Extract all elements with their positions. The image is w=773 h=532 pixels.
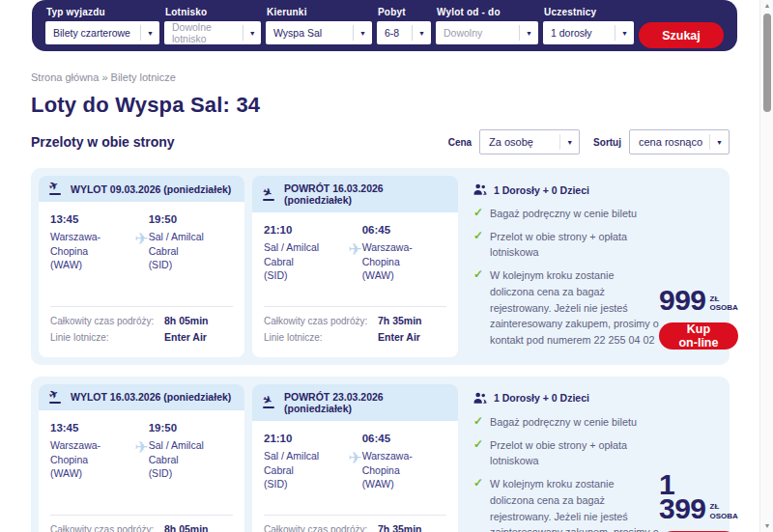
duration-value: 8h 05min	[164, 523, 209, 532]
chevron-down-icon: ▼	[559, 134, 579, 150]
filter-airport-select[interactable]: Dowolne lotnisko ▼	[164, 21, 261, 44]
airlines-label: Linie lotnicze:	[264, 332, 378, 343]
departure-leg: 21:10 Sal / Amilcal Cabral (SID)	[264, 433, 348, 491]
sort-order-group: Sortuj cena rosnąco ▼	[593, 129, 730, 154]
flight-card: ✈ WYLOT 09.03.2026 (poniedziałek) 13:45 …	[31, 168, 730, 365]
passengers-text: 1 Dorosły + 0 Dzieci	[494, 392, 589, 404]
filter-participants-label: Uczestnicy	[544, 7, 634, 17]
inbound-header: ✈ POWRÓT 16.03.2026 (poniedziałek)	[252, 176, 458, 212]
passengers-icon	[473, 183, 487, 196]
filter-participants-value: 1 dorosły	[551, 27, 592, 39]
filter-trip-type-value: Bilety czarterowe	[53, 27, 130, 39]
scroll-up-arrow-icon[interactable]: ▲	[760, 0, 773, 12]
departure-airport: Warszawa-Chopina	[50, 439, 100, 465]
vertical-scrollbar[interactable]: ▲ ▼	[759, 0, 773, 532]
price: 999 ZŁOSOBA	[659, 288, 738, 313]
breadcrumb: Strona główna » Bilety lotnicze	[31, 71, 730, 83]
arrival-time: 06:45	[362, 433, 446, 444]
landing-icon: ✈	[262, 188, 277, 201]
main-content: Strona główna » Bilety lotnicze Loty do …	[31, 71, 730, 532]
filter-stay-select[interactable]: 6-8 ▼	[377, 21, 431, 44]
filter-departure-range-label: Wylot od - do	[437, 7, 538, 17]
check-text: Przelot w obie strony + opłata lotniskow…	[490, 229, 659, 261]
price-per: OSOBA	[710, 512, 738, 520]
chevron-down-icon: ▼	[412, 25, 431, 41]
departure-airport: Warszawa-Chopina	[50, 231, 100, 257]
inbound-column: ✈ POWRÓT 23.03.2026 (poniedziałek) 21:10…	[252, 384, 458, 532]
filter-departure-range-value: Dowolny	[444, 27, 482, 39]
arrival-time: 19:50	[149, 422, 233, 434]
chevron-down-icon: ▼	[140, 25, 159, 41]
check-text: W kolejnym kroku zostanie doliczona cena…	[490, 476, 659, 532]
duration-value: 7h 35min	[378, 315, 422, 326]
departure-airport: Sal / Amilcal Cabral	[264, 241, 319, 267]
departure-leg: 13:45 Warszawa-Chopina (WAW)	[50, 213, 134, 272]
check-text: Bagaż podręczny w cenie biletu	[490, 206, 637, 222]
search-button[interactable]: Szukaj	[639, 22, 724, 48]
flight-results-list: ✈ WYLOT 09.03.2026 (poniedziałek) 13:45 …	[31, 168, 730, 532]
duration-label: Całkowity czas podróży:	[264, 316, 378, 326]
filter-direction-value: Wyspa Sal	[273, 27, 322, 39]
check-text: Przelot w obie strony + opłata lotniskow…	[490, 437, 659, 469]
arrival-code: (SID)	[149, 259, 173, 270]
search-filter-panel: Typ wyjazdu Bilety czarterowe ▼ Lotnisko…	[32, 0, 737, 51]
sort-order-select[interactable]: cena rosnąco ▼	[629, 129, 730, 154]
buy-online-button[interactable]: Kup on-line	[659, 322, 738, 350]
arrival-leg: 06:45 Warszawa-Chopina (WAW)	[362, 433, 446, 491]
sort-controls: Cena Za osobę ▼ Sortuj cena rosnąco ▼	[448, 129, 730, 154]
filter-stay-value: 6-8	[385, 27, 399, 39]
scrollbar-thumb[interactable]	[763, 14, 771, 112]
breadcrumb-home-link[interactable]: Strona główna	[31, 71, 99, 83]
check-icon: ✓	[473, 414, 483, 431]
departure-code: (WAW)	[50, 259, 82, 270]
filter-direction-select[interactable]: Wyspa Sal ▼	[266, 21, 372, 44]
duration-label: Całkowity czas podróży:	[264, 524, 378, 532]
outbound-header: ✈ WYLOT 16.03.2026 (poniedziałek)	[39, 384, 244, 410]
arrival-time: 19:50	[149, 213, 233, 225]
plane-icon: ✈	[134, 422, 148, 458]
check-icon: ✓	[473, 437, 483, 469]
inbound-header-text: POWRÓT 23.03.2026 (poniedziałek)	[284, 391, 448, 414]
takeoff-icon: ✈	[48, 391, 64, 404]
chevron-down-icon: ▼	[353, 25, 372, 41]
filter-airport-label: Lotnisko	[165, 7, 261, 17]
landing-icon: ✈	[262, 396, 277, 408]
outbound-header: ✈ WYLOT 09.03.2026 (poniedziałek)	[39, 176, 244, 202]
check-text: Bagaż podręczny w cenie biletu	[490, 414, 637, 431]
price-per: OSOBA	[710, 303, 738, 312]
filter-participants-select[interactable]: 1 dorosły ▼	[543, 21, 634, 44]
scroll-down-arrow-icon[interactable]: ▼	[760, 520, 773, 532]
arrival-code: (WAW)	[362, 269, 394, 281]
filter-direction-label: Kierunki	[267, 7, 372, 17]
filter-trip-type-select[interactable]: Bilety czarterowe ▼	[45, 21, 159, 44]
arrival-time: 06:45	[362, 224, 446, 236]
offer-section: 1 Dorosły + 0 Dzieci ✓Bagaż podręczny w …	[466, 384, 748, 532]
outbound-column: ✈ WYLOT 16.03.2026 (poniedziałek) 13:45 …	[39, 384, 244, 532]
filter-stay-label: Pobyt	[378, 7, 431, 17]
filter-participants: Uczestnicy 1 dorosły ▼	[543, 7, 634, 44]
departure-leg: 21:10 Sal / Amilcal Cabral (SID)	[264, 224, 348, 283]
plane-icon: ✈	[348, 433, 361, 468]
sort-order-value: cena rosnąco	[639, 136, 702, 148]
arrival-code: (SID)	[149, 467, 173, 479]
check-icon: ✓	[473, 267, 483, 349]
filter-direction: Kierunki Wyspa Sal ▼	[266, 7, 372, 44]
arrival-airport: Sal / Amilcal Cabral	[149, 439, 204, 465]
filter-trip-type: Typ wyjazdu Bilety czarterowe ▼	[45, 7, 159, 44]
filter-departure-range-select[interactable]: Dowolny ▼	[436, 21, 538, 44]
departure-time: 21:10	[264, 433, 348, 444]
duration-label: Całkowity czas podróży:	[50, 316, 164, 326]
duration-value: 8h 05min	[164, 315, 209, 326]
included-checklist: ✓Bagaż podręczny w cenie biletu ✓Przelot…	[473, 414, 659, 532]
duration-label: Całkowity czas podróży:	[50, 524, 164, 532]
outbound-header-text: WYLOT 09.03.2026 (poniedziałek)	[71, 183, 231, 195]
arrival-airport: Sal / Amilcal Cabral	[149, 231, 204, 257]
inbound-header: ✈ POWRÓT 23.03.2026 (poniedziałek)	[252, 384, 458, 421]
duration-value: 7h 35min	[378, 523, 422, 532]
price-mode-select[interactable]: Za osobę ▼	[479, 129, 580, 154]
filter-departure-range: Wylot od - do Dowolny ▼	[436, 7, 538, 44]
check-icon: ✓	[473, 229, 483, 261]
plane-icon: ✈	[348, 224, 361, 260]
price-currency: ZŁ	[710, 502, 738, 511]
arrival-leg: 06:45 Warszawa-Chopina (WAW)	[362, 224, 446, 283]
